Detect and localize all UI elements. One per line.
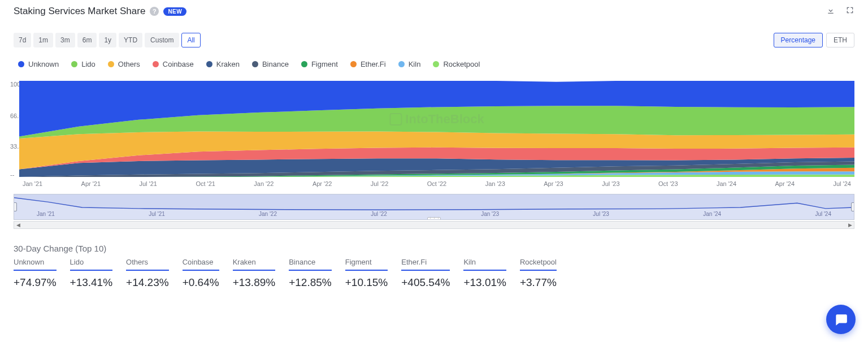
change-col-value: +13.01% <box>463 271 506 289</box>
fullscreen-icon[interactable] <box>845 6 854 17</box>
x-tick: Jan '22 <box>254 180 274 187</box>
chart-area: 100.00%66.67%33.33%-- IntoTheBlock Jan '… <box>0 71 868 187</box>
legend-label: Kiln <box>409 60 421 68</box>
legend-dot <box>350 61 357 67</box>
change-col-value: +12.85% <box>289 271 332 289</box>
x-tick: Jan '23 <box>485 180 505 187</box>
change-col-kiln: Kiln+13.01% <box>463 258 506 289</box>
chart-legend: UnknownLidoOthersCoinbaseKrakenBinanceFi… <box>0 52 868 71</box>
unit-eth[interactable]: ETH <box>826 33 854 47</box>
legend-item-kraken[interactable]: Kraken <box>206 60 240 68</box>
legend-item-kiln[interactable]: Kiln <box>398 60 421 68</box>
chart-navigator[interactable]: Jan '21Jul '21Jan '22Jul '22Jan '23Jul '… <box>14 194 854 220</box>
navigator-handle-right[interactable] <box>851 202 854 211</box>
legend-dot <box>252 61 258 67</box>
unit-percentage[interactable]: Percentage <box>774 33 823 47</box>
legend-item-figment[interactable]: Figment <box>301 60 338 68</box>
legend-dot <box>433 61 439 67</box>
change-col-head: Figment <box>345 258 388 271</box>
change-col-head: Binance <box>289 258 332 271</box>
legend-label: Coinbase <box>163 60 194 68</box>
stacked-area-chart[interactable]: IntoTheBlock <box>19 81 854 177</box>
range-6m[interactable]: 6m <box>77 33 97 47</box>
legend-item-coinbase[interactable]: Coinbase <box>153 60 194 68</box>
x-tick: Apr '24 <box>775 180 795 187</box>
x-tick: Jul '21 <box>140 180 157 187</box>
range-ytd[interactable]: YTD <box>119 33 142 47</box>
change-col-others: Others+14.23% <box>126 258 169 289</box>
x-tick: Jul '23 <box>602 180 619 187</box>
x-tick: Jan '21 <box>23 180 42 187</box>
x-tick: Apr '21 <box>81 180 101 187</box>
range-all[interactable]: All <box>181 33 200 47</box>
range-7d[interactable]: 7d <box>14 33 31 47</box>
legend-item-lido[interactable]: Lido <box>71 60 96 68</box>
legend-item-others[interactable]: Others <box>108 60 140 68</box>
legend-dot <box>206 61 212 67</box>
legend-item-etherfi[interactable]: Ether.Fi <box>350 60 386 68</box>
change-col-head: Coinbase <box>183 258 219 271</box>
chart-header: Staking Services Market Share ? NEW <box>0 0 868 20</box>
legend-label: Ether.Fi <box>361 60 386 68</box>
x-tick: Jan '24 <box>717 180 736 187</box>
page-title: Staking Services Market Share <box>14 6 145 17</box>
navigator-wrap: Jan '21Jul '21Jan '22Jul '22Jan '23Jul '… <box>0 187 868 229</box>
help-icon[interactable]: ? <box>150 7 159 16</box>
change-col-figment: Figment+10.15% <box>345 258 388 289</box>
change-col-binance: Binance+12.85% <box>289 258 332 289</box>
range-1y[interactable]: 1y <box>99 33 116 47</box>
legend-label: Kraken <box>216 60 240 68</box>
change-col-value: +13.41% <box>70 271 113 289</box>
legend-label: Lido <box>81 60 96 68</box>
legend-dot <box>398 61 405 67</box>
x-tick: Apr '22 <box>313 180 332 187</box>
legend-label: Figment <box>311 60 338 68</box>
legend-dot <box>301 61 307 67</box>
legend-dot <box>71 61 77 67</box>
change-col-value: +3.77% <box>520 271 557 289</box>
x-tick: Jul '24 <box>833 180 850 187</box>
download-icon[interactable] <box>826 6 835 17</box>
change-col-rocketpool: Rocketpool+3.77% <box>520 258 557 289</box>
change-col-unknown: Unknown+74.97% <box>14 258 57 289</box>
time-range-group: 7d1m3m6m1yYTDCustomAll <box>14 33 201 47</box>
legend-item-rocketpool[interactable]: Rocketpool <box>433 60 480 68</box>
legend-item-binance[interactable]: Binance <box>252 60 289 68</box>
scroll-right-arrow[interactable]: ▶ <box>846 222 854 228</box>
scroll-left-arrow[interactable]: ◀ <box>14 222 22 228</box>
range-1m[interactable]: 1m <box>33 33 53 47</box>
change-col-head: Kiln <box>463 258 506 271</box>
change-table: Unknown+74.97%Lido+13.41%Others+14.23%Co… <box>0 258 868 289</box>
change-col-head: Kraken <box>233 258 276 271</box>
legend-dot <box>153 61 159 67</box>
x-tick: Apr '23 <box>544 180 563 187</box>
change-col-value: +405.54% <box>401 271 450 289</box>
change-col-etherfi: Ether.Fi+405.54% <box>401 258 450 289</box>
change-col-coinbase: Coinbase+0.64% <box>183 258 219 289</box>
legend-label: Others <box>118 60 140 68</box>
range-custom[interactable]: Custom <box>145 33 179 47</box>
change-col-value: +74.97% <box>14 271 57 289</box>
new-badge: NEW <box>163 7 186 16</box>
controls-row: 7d1m3m6m1yYTDCustomAll PercentageETH <box>0 20 868 52</box>
navigator-handle-left[interactable] <box>14 202 17 211</box>
change-col-value: +10.15% <box>345 271 388 289</box>
legend-label: Binance <box>262 60 289 68</box>
chat-bubble-button[interactable] <box>826 305 856 334</box>
x-tick: Oct '23 <box>658 180 678 187</box>
range-3m[interactable]: 3m <box>55 33 75 47</box>
change-col-value: +0.64% <box>183 271 219 289</box>
legend-dot <box>18 61 24 67</box>
change-col-value: +14.23% <box>126 271 169 289</box>
navigator-scrollbar[interactable]: ◀ ▶ <box>14 221 854 229</box>
change-col-head: Unknown <box>14 258 57 271</box>
change-col-head: Lido <box>70 258 113 271</box>
change-col-head: Others <box>126 258 169 271</box>
change-col-head: Rocketpool <box>520 258 557 271</box>
navigator-grip[interactable]: ⋮⋮⋮ <box>427 217 441 220</box>
unit-toggle-group: PercentageETH <box>774 33 854 47</box>
change-title: 30-Day Change (Top 10) <box>0 229 868 258</box>
legend-item-unknown[interactable]: Unknown <box>18 60 59 68</box>
change-col-value: +13.89% <box>233 271 276 289</box>
legend-label: Unknown <box>28 60 59 68</box>
